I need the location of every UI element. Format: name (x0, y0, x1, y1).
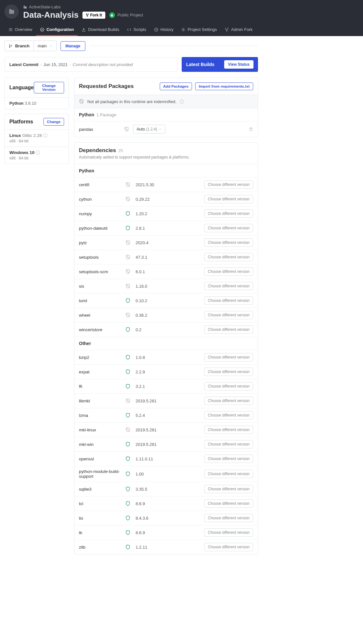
shield-icon (125, 471, 130, 476)
dependency-row: bzip21.0.8Choose different version (74, 350, 258, 364)
choose-version-button[interactable]: Choose different version (204, 499, 253, 508)
dependency-row: cython0.29.22Choose different version (74, 192, 258, 206)
language-card: Language Change Version Python 3.8.10 (5, 78, 69, 109)
shield-off-icon (125, 269, 130, 274)
choose-version-button[interactable]: Choose different version (204, 180, 253, 189)
branch-dropdown[interactable]: main (34, 41, 57, 51)
dependency-row: libmkl2019.5.281Choose different version (74, 393, 258, 408)
svg-point-11 (228, 28, 228, 28)
svg-point-9 (183, 29, 184, 30)
manage-branches-button[interactable]: Manage (61, 41, 85, 51)
choose-version-button[interactable]: Choose different version (204, 485, 253, 493)
chevron-down-icon (49, 44, 53, 48)
change-version-button[interactable]: Change Version (34, 82, 64, 93)
choose-version-button[interactable]: Choose different version (204, 455, 253, 463)
fork-button[interactable]: Fork It (82, 12, 105, 19)
choose-version-button[interactable]: Choose different version (204, 296, 253, 305)
choose-version-button[interactable]: Choose different version (204, 195, 253, 203)
svg-rect-1 (9, 9, 12, 10)
shield-off-icon (125, 427, 130, 432)
dependency-row: ffi3.2.1Choose different version (74, 379, 258, 393)
choose-version-button[interactable]: Choose different version (204, 543, 253, 551)
view-status-button[interactable]: View Status (224, 60, 253, 69)
choose-version-button[interactable]: Choose different version (204, 353, 253, 361)
app-header: ActiveState-Labs Data-Analysis Fork It P… (0, 0, 363, 36)
choose-version-button[interactable]: Choose different version (204, 528, 253, 537)
platforms-card: Platforms Change Linux Glibc 2.28 ix86 ·… (5, 114, 69, 164)
choose-version-button[interactable]: Choose different version (204, 253, 253, 261)
shield-off-icon (125, 182, 130, 187)
dependency-name: toml (79, 298, 120, 303)
choose-version-button[interactable]: Choose different version (204, 238, 253, 247)
dependency-name: ffi (79, 384, 120, 389)
shield-icon (125, 298, 130, 303)
dependency-version: 2020.4 (136, 240, 148, 245)
add-packages-button[interactable]: Add Packages (160, 82, 192, 90)
tab-adminfork[interactable]: Admin Fork (221, 24, 256, 36)
tab-scripts[interactable]: Scripts (123, 24, 150, 36)
info-icon[interactable]: i (36, 150, 40, 155)
tab-settings[interactable]: Project Settings (177, 24, 221, 36)
dependency-version: 1.11.0.11 (136, 457, 153, 461)
choose-version-button[interactable]: Choose different version (204, 411, 253, 419)
dependency-row: wheel0.36.2Choose different version (74, 308, 258, 322)
dependency-name: mkl-linux (79, 428, 120, 432)
shield-icon (125, 515, 130, 521)
dependency-name: pytz (79, 240, 120, 245)
org-name[interactable]: ActiveState-Labs (29, 5, 61, 9)
tab-history[interactable]: History (150, 24, 177, 36)
dependency-version: 5.2.4 (136, 413, 145, 418)
trash-icon[interactable] (249, 127, 253, 131)
choose-version-button[interactable]: Choose different version (204, 267, 253, 276)
dependency-version: 1.20.2 (136, 211, 147, 216)
tab-overview[interactable]: Overview (5, 24, 36, 36)
choose-version-button[interactable]: Choose different version (204, 368, 253, 376)
dependency-name: certifi (79, 182, 120, 187)
dependency-row: lzma5.2.4Choose different version (74, 408, 258, 422)
info-icon[interactable]: i (180, 100, 184, 104)
dependency-row: setuptools-scm6.0.1Choose different vers… (74, 264, 258, 279)
choose-version-button[interactable]: Choose different version (204, 209, 253, 218)
choose-version-button[interactable]: Choose different version (204, 440, 253, 448)
latest-commit-box[interactable]: Latest Commit · Jun 15, 2021 · Commit de… (5, 57, 178, 72)
tab-configuration[interactable]: Configuration (36, 24, 78, 36)
dependency-version: 1.16.0 (136, 284, 147, 289)
shield-off-icon (125, 240, 130, 245)
dependency-name: setuptools-scm (79, 269, 120, 274)
choose-version-button[interactable]: Choose different version (204, 514, 253, 522)
choose-version-button[interactable]: Choose different version (204, 325, 253, 334)
dependency-name: tcl (79, 501, 120, 506)
dependency-version: 1.00 (136, 472, 144, 476)
choose-version-button[interactable]: Choose different version (204, 311, 253, 319)
svg-rect-3 (25, 6, 27, 9)
info-icon[interactable]: i (43, 133, 47, 138)
svg-point-5 (88, 14, 89, 14)
dependency-name: wincertstore (79, 327, 120, 332)
shield-off-icon (125, 398, 130, 403)
choose-version-button[interactable]: Choose different version (204, 282, 253, 290)
org-avatar[interactable] (5, 5, 19, 19)
dependency-row: toml0.10.2Choose different version (74, 293, 258, 308)
choose-version-button[interactable]: Choose different version (204, 426, 253, 434)
choose-version-button[interactable]: Choose different version (204, 397, 253, 405)
import-requirements-button[interactable]: Import from requirements.txt (195, 82, 253, 90)
shield-icon (125, 501, 130, 506)
dependency-row: python-module-build-support1.00Choose di… (74, 466, 258, 482)
dependency-name: six (79, 284, 120, 289)
shield-icon (125, 369, 130, 374)
dependency-name: expat (79, 370, 120, 374)
divider (90, 46, 258, 46)
history-icon (154, 27, 158, 32)
dependency-name: mkl-win (79, 442, 120, 447)
change-platforms-button[interactable]: Change (43, 118, 64, 126)
branch-label-box: Branch (5, 41, 34, 51)
shield-off-icon (79, 99, 84, 104)
choose-version-button[interactable]: Choose different version (204, 224, 253, 232)
requested-packages-card: Requested Packages Add Packages Import f… (74, 78, 258, 137)
choose-version-button[interactable]: Choose different version (204, 470, 253, 478)
version-select[interactable]: Auto (1.2.4) (133, 125, 165, 134)
shield-icon (125, 355, 130, 360)
choose-version-button[interactable]: Choose different version (204, 382, 253, 390)
shield-icon (125, 211, 130, 216)
tab-download[interactable]: Download Builds (78, 24, 123, 36)
